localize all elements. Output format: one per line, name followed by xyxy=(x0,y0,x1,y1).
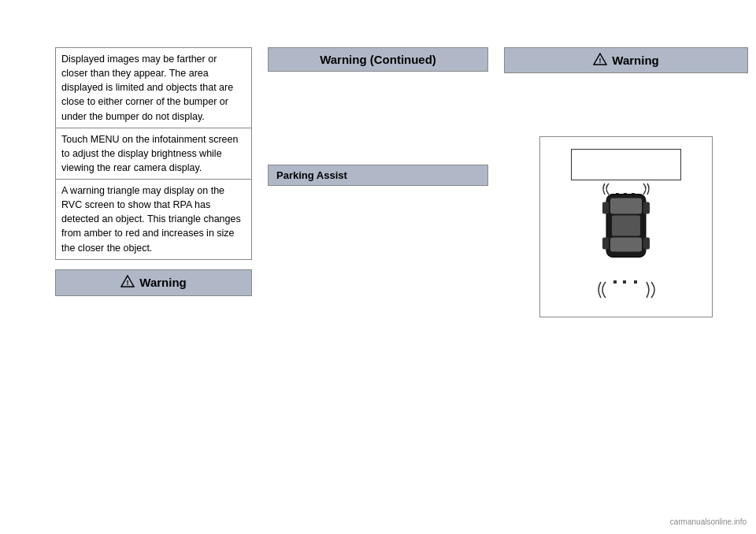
text-box-3-content: A warning triangle may display on the RV… xyxy=(61,185,241,254)
svg-text:!: ! xyxy=(127,279,129,287)
text-box-1: Displayed images may be farther or close… xyxy=(55,47,252,128)
warning-continued-label: Warning (Continued) xyxy=(320,53,436,66)
parking-diagram xyxy=(539,136,713,317)
warning-triangle-icon-left: ! xyxy=(120,275,135,291)
svg-rect-17 xyxy=(634,280,637,284)
bottom-sensor-svg xyxy=(595,279,658,302)
svg-rect-15 xyxy=(613,280,617,284)
warning-label-left: Warning xyxy=(139,276,186,289)
svg-rect-9 xyxy=(610,238,642,252)
parking-assist-label: Parking Assist xyxy=(268,165,488,186)
watermark: carmanualsonline.info xyxy=(667,516,750,528)
svg-rect-16 xyxy=(623,280,626,284)
text-box-1-content: Displayed images may be farther or close… xyxy=(61,54,233,122)
text-box-2-content: Touch MENU on the infotainment screen to… xyxy=(61,134,238,173)
svg-rect-10 xyxy=(612,216,640,236)
sensor-arcs-bottom xyxy=(595,279,658,302)
warning-label-right: Warning xyxy=(612,54,658,67)
text-box-3: A warning triangle may display on the RV… xyxy=(55,180,252,260)
svg-rect-11 xyxy=(602,202,609,214)
svg-rect-13 xyxy=(602,238,609,250)
left-column: Displayed images may be farther or close… xyxy=(0,0,260,534)
page-container: Displayed images may be farther or close… xyxy=(0,0,756,534)
svg-rect-8 xyxy=(610,198,642,214)
svg-rect-12 xyxy=(643,202,650,214)
warning-triangle-icon-right: ! xyxy=(593,53,607,68)
bumper-top-rect xyxy=(571,149,681,180)
svg-text:!: ! xyxy=(599,57,602,65)
right-column: ! Warning xyxy=(496,0,756,534)
text-box-2: Touch MENU on the infotainment screen to… xyxy=(55,128,252,180)
warning-banner-right: ! Warning xyxy=(504,47,748,73)
svg-rect-14 xyxy=(643,238,650,250)
middle-column: Warning (Continued) Parking Assist xyxy=(260,0,496,534)
car-icon xyxy=(602,191,650,264)
warning-banner-left: ! Warning xyxy=(55,269,252,296)
warning-continued-banner: Warning (Continued) xyxy=(268,47,488,72)
